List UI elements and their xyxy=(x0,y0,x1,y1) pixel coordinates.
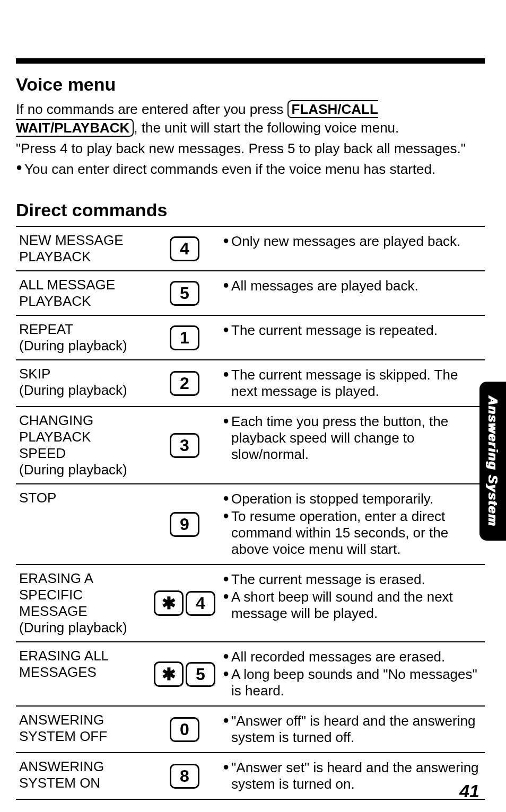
command-description: ●The current message is erased.●A short … xyxy=(220,564,485,642)
command-name: CHANGINGPLAYBACKSPEED(During playback) xyxy=(16,407,150,484)
command-name-line: SYSTEM OFF xyxy=(19,728,146,745)
intro-text-after: , the unit will start the following voic… xyxy=(134,120,399,136)
command-description: ●Only new messages are played back. xyxy=(220,226,485,271)
command-name-line: (During playback) xyxy=(19,620,146,636)
command-key: ✱4 xyxy=(150,564,220,642)
bullet-text: Only new messages are played back. xyxy=(231,233,460,250)
bullet-icon: ● xyxy=(223,649,229,663)
command-description: ●Operation is stopped temporarily.●To re… xyxy=(220,484,485,564)
key-button: ✱ xyxy=(154,590,184,616)
bullet-icon: ● xyxy=(223,571,229,585)
bullet-icon: ● xyxy=(223,491,229,505)
note-text: You can enter direct commands even if th… xyxy=(24,160,435,179)
voice-menu-intro: If no commands are entered after you pre… xyxy=(16,100,485,137)
voice-menu-quote: "Press 4 to play back new messages. Pres… xyxy=(16,139,485,158)
key-button: 5 xyxy=(186,662,215,687)
key-button: ✱ xyxy=(154,661,184,687)
command-name-line: SPEED xyxy=(19,445,146,462)
command-name: SKIP(During playback) xyxy=(16,360,150,407)
command-key: 3 xyxy=(150,407,220,484)
command-name: STOP xyxy=(16,484,150,564)
bullet-line: ●The current message is erased. xyxy=(223,571,482,588)
bullet-line: ●Each time you press the button, the pla… xyxy=(223,413,482,463)
section-heading-voice-menu: Voice menu xyxy=(16,74,485,95)
bullet-icon: ● xyxy=(223,233,229,247)
command-name-line: STOP xyxy=(19,490,146,506)
bullet-icon: ● xyxy=(223,589,229,603)
command-name-line: ANSWERING xyxy=(19,758,146,775)
key-button: 0 xyxy=(170,717,199,742)
command-name-line: ERASING A xyxy=(19,570,146,587)
command-key: 0 xyxy=(150,706,220,753)
table-row: NEW MESSAGEPLAYBACK4●Only new messages a… xyxy=(16,226,485,271)
bullet-line: ●To resume operation, enter a direct com… xyxy=(223,508,482,558)
table-row: STOP9●Operation is stopped temporarily.●… xyxy=(16,484,485,564)
command-name-line: SKIP xyxy=(19,366,146,382)
intro-text-before: If no commands are entered after you pre… xyxy=(16,101,287,117)
command-name-line: PLAYBACK xyxy=(19,293,146,310)
bullet-icon: ● xyxy=(223,413,229,427)
command-description: ●"Answer off" is heard and the answering… xyxy=(220,706,485,753)
command-name-line: PLAYBACK xyxy=(19,249,146,265)
command-name-line: MESSAGES xyxy=(19,664,146,681)
key-button: 8 xyxy=(170,764,199,789)
table-row: ANSWERINGSYSTEM ON8●"Answer set" is hear… xyxy=(16,753,485,799)
page-number: 41 xyxy=(459,781,479,801)
command-description: ●Each time you press the button, the pla… xyxy=(220,407,485,484)
bullet-line: ●"Answer off" is heard and the answering… xyxy=(223,713,482,746)
side-tab-label: Answering System xyxy=(485,396,500,527)
bullet-text: Each time you press the button, the play… xyxy=(231,413,482,463)
bullet-line: ●The current message is skipped. The nex… xyxy=(223,367,482,400)
bullet-text: A long beep sounds and "No messages" is … xyxy=(231,666,482,699)
bullet-icon: ● xyxy=(223,508,229,522)
command-key: 2 xyxy=(150,360,220,407)
command-description: ●The current message is skipped. The nex… xyxy=(220,360,485,407)
command-name-line: MESSAGE xyxy=(19,603,146,620)
side-tab-answering-system: Answering System xyxy=(479,382,506,541)
bullet-icon: ● xyxy=(223,760,229,773)
bullet-icon: ● xyxy=(16,160,22,174)
bullet-icon: ● xyxy=(223,713,229,727)
command-name-line: (During playback) xyxy=(19,462,146,478)
bullet-text: Operation is stopped temporarily. xyxy=(231,491,433,507)
bullet-text: The current message is erased. xyxy=(231,571,425,588)
bullet-icon: ● xyxy=(223,322,229,336)
command-name: REPEAT(During playback) xyxy=(16,315,150,360)
command-key: ✱5 xyxy=(150,642,220,706)
bullet-icon: ● xyxy=(223,367,229,381)
command-name-line: SPECIFIC xyxy=(19,587,146,603)
command-name-line: ALL MESSAGE xyxy=(19,277,146,293)
command-name-line: PLAYBACK xyxy=(19,429,146,445)
separator-rule xyxy=(16,58,485,64)
table-row: ANSWERINGSYSTEM OFF0●"Answer off" is hea… xyxy=(16,706,485,753)
bullet-icon: ● xyxy=(223,278,229,292)
command-name-line: (During playback) xyxy=(19,382,146,399)
bullet-text: To resume operation, enter a direct comm… xyxy=(231,508,482,558)
bullet-text: "Answer off" is heard and the answering … xyxy=(231,713,482,746)
command-description: ●All messages are played back. xyxy=(220,271,485,315)
command-key: 8 xyxy=(150,753,220,799)
table-row: REPEAT(During playback)1●The current mes… xyxy=(16,315,485,360)
key-button: 5 xyxy=(170,281,199,306)
voice-menu-note: ● You can enter direct commands even if … xyxy=(16,160,485,179)
direct-commands-table: NEW MESSAGEPLAYBACK4●Only new messages a… xyxy=(16,226,485,800)
command-description: ●The current message is repeated. xyxy=(220,315,485,360)
bullet-text: All recorded messages are erased. xyxy=(231,649,445,665)
bullet-line: ●A long beep sounds and "No messages" is… xyxy=(223,666,482,699)
command-name-line: SYSTEM ON xyxy=(19,775,146,791)
key-button: 2 xyxy=(170,371,199,396)
command-key: 4 xyxy=(150,226,220,271)
table-row: ERASING ASPECIFICMESSAGE(During playback… xyxy=(16,564,485,642)
bullet-line: ●A short beep will sound and the next me… xyxy=(223,589,482,622)
bullet-line: ●All recorded messages are erased. xyxy=(223,649,482,665)
bullet-text: The current message is skipped. The next… xyxy=(231,367,482,400)
bullet-text: All messages are played back. xyxy=(231,278,418,294)
bullet-text: The current message is repeated. xyxy=(231,322,438,339)
command-name-line: ERASING ALL xyxy=(19,648,146,664)
command-name: ERASING ASPECIFICMESSAGE(During playback… xyxy=(16,564,150,642)
key-button: 4 xyxy=(186,591,215,616)
table-row: SKIP(During playback)2●The current messa… xyxy=(16,360,485,407)
command-name: ALL MESSAGEPLAYBACK xyxy=(16,271,150,315)
command-name-line: (During playback) xyxy=(19,338,146,354)
key-button: 1 xyxy=(170,325,199,350)
